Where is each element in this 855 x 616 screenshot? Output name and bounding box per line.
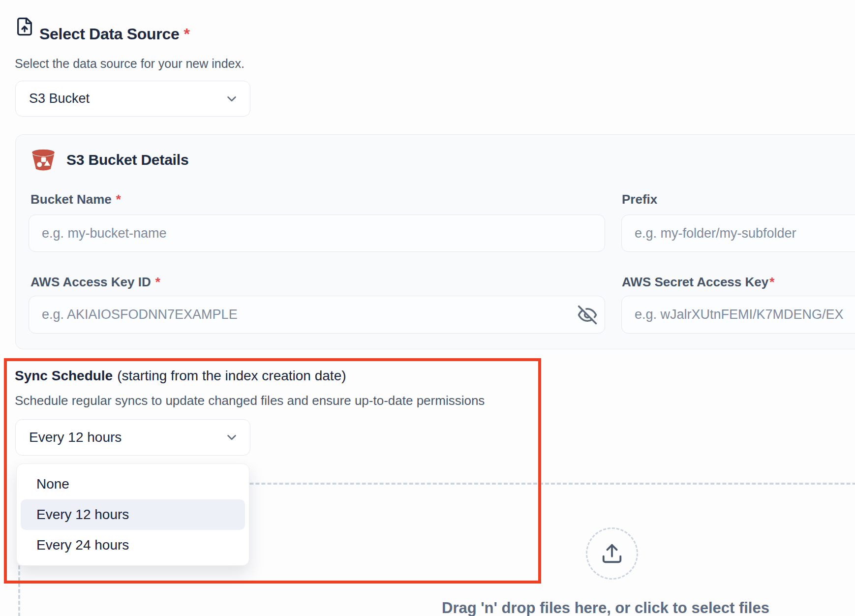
data-source-select[interactable]: S3 Bucket (15, 81, 250, 117)
bucket-name-input[interactable] (29, 215, 605, 252)
dropzone-text: Drag 'n' drop files here, or click to se… (442, 599, 769, 616)
upload-icon (601, 542, 623, 565)
access-key-id-input[interactable] (29, 296, 605, 334)
file-up-icon (15, 16, 34, 37)
upload-circle (586, 527, 638, 580)
toggle-secret-visibility-button[interactable] (575, 302, 600, 328)
sync-schedule-select[interactable]: Every 12 hours (15, 419, 250, 456)
s3-bucket-icon (31, 149, 56, 171)
page-subtitle: Select the data source for your new inde… (15, 57, 244, 71)
page-title: Select Data Source* (39, 25, 190, 43)
new-index-form: Select Data Source* Select the data sour… (0, 0, 855, 616)
sync-schedule-menu: None Every 12 hours Every 24 hours (16, 463, 249, 566)
sync-schedule-select-value: Every 12 hours (29, 430, 122, 445)
menu-option-every-12-hours[interactable]: Every 12 hours (21, 499, 245, 530)
prefix-label: Prefix (622, 192, 657, 207)
sync-schedule-subtitle: Schedule regular syncs to update changed… (15, 393, 485, 408)
card-header: S3 Bucket Details (31, 149, 188, 171)
chevron-down-icon (224, 92, 239, 106)
access-key-id-label: AWS Access Key ID* (31, 275, 160, 290)
secret-access-key-input[interactable] (621, 296, 855, 334)
secret-access-key-label: AWS Secret Access Key* (622, 275, 774, 290)
sync-schedule-title: Sync Schedule(starting from the index cr… (15, 368, 346, 384)
required-mark: * (184, 25, 190, 43)
menu-option-none[interactable]: None (21, 469, 245, 499)
eye-off-icon (577, 305, 598, 325)
data-source-select-value: S3 Bucket (29, 91, 90, 106)
chevron-down-icon (224, 430, 239, 445)
bucket-name-label: Bucket Name* (31, 192, 121, 207)
menu-option-every-24-hours[interactable]: Every 24 hours (21, 530, 245, 560)
prefix-input[interactable] (621, 215, 855, 252)
s3-bucket-details-card: S3 Bucket Details Bucket Name* Prefix AW… (15, 134, 855, 349)
card-title: S3 Bucket Details (66, 152, 188, 168)
